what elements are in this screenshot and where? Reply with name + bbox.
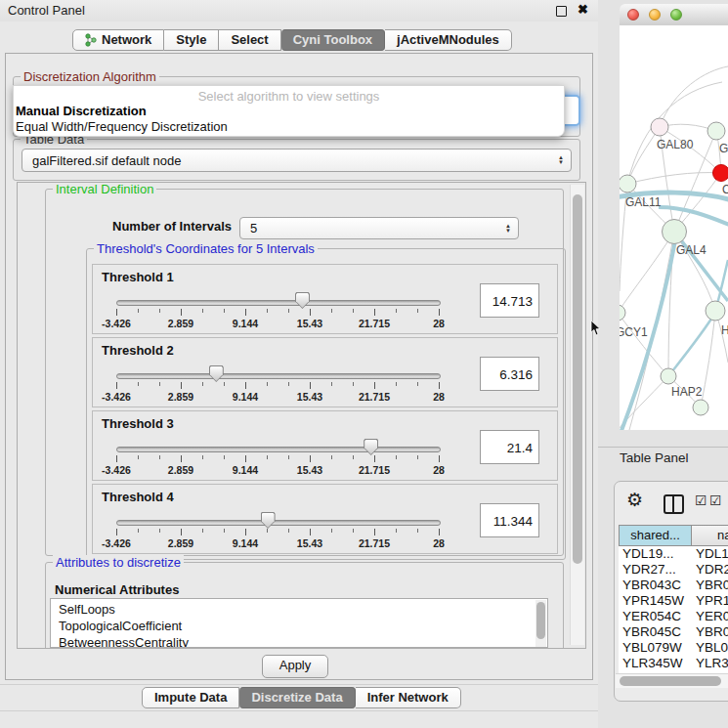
tab-style[interactable]: Style	[164, 29, 219, 51]
mouse-cursor	[590, 321, 601, 336]
close-icon[interactable]: ✖	[578, 2, 588, 17]
cell-shared-name[interactable]: YBR043C	[619, 578, 692, 593]
threshold-value-field[interactable]: 6.316	[480, 357, 539, 391]
cell-name[interactable]: YLR3	[692, 656, 728, 671]
table-row[interactable]: YBL079WYBL0	[619, 640, 728, 656]
slider-tick-labels: -3.4262.8599.14415.4321.71528	[93, 391, 464, 403]
cell-shared-name[interactable]: YBL079W	[619, 640, 692, 656]
attribute-item[interactable]: BetweennessCentrality	[59, 634, 547, 648]
cell-name[interactable]: YBR0	[692, 578, 728, 593]
cell-name[interactable]: YBR0	[692, 624, 728, 640]
top-tab-bar: NetworkStyleSelectCyni ToolboxjActiveMNo…	[72, 29, 512, 51]
attribute-item[interactable]: TopologicalCoefficient	[59, 618, 547, 634]
tab-label: Impute Data	[154, 688, 227, 707]
table-row[interactable]: YDL19...YDL1	[619, 546, 728, 562]
table-panel-title: Table Panel	[620, 450, 689, 465]
tab-jactivemnodules[interactable]: jActiveMNodules	[385, 29, 512, 51]
network-node-selected[interactable]	[713, 165, 728, 182]
cell-shared-name[interactable]: YPR145W	[619, 593, 692, 609]
network-node-g[interactable]	[707, 122, 725, 140]
tab-network[interactable]: Network	[72, 29, 164, 51]
table-horizontal-scrollbar[interactable]	[616, 673, 728, 688]
algorithm-hint-item[interactable]: Select algorithm to view settings	[14, 89, 564, 104]
tab-infer-network[interactable]: Infer Network	[356, 687, 461, 708]
checkbox-icon[interactable]: ☑	[695, 492, 707, 508]
algorithm-option-equal-width[interactable]: Equal Width/Frequency Discretization	[16, 119, 228, 134]
cell-shared-name[interactable]: YLR345W	[619, 656, 692, 671]
cell-name[interactable]: YDR2	[692, 562, 728, 578]
tab-label: jActiveMNodules	[397, 30, 499, 50]
network-node-h[interactable]	[706, 301, 725, 321]
control-panel: Control Panel ✖ NetworkStyleSelectCyni T…	[0, 0, 599, 728]
slider-track[interactable]	[116, 520, 441, 526]
table-row[interactable]: YER054CYER0	[619, 609, 728, 624]
column-header-shared-name[interactable]: shared...	[619, 525, 692, 546]
table-row[interactable]: YBR043CYBR0	[619, 578, 728, 593]
minimize-traffic-light-icon[interactable]	[649, 9, 661, 21]
settings-viewport: Interval Definition Number of Intervals …	[17, 182, 586, 649]
network-canvas[interactable]: GAL80 G GAL11 C GAL4 GCY1 H HAP2	[620, 25, 728, 430]
combo-stepper-icon[interactable]: ▲▼	[558, 155, 564, 165]
table-row[interactable]: YDR27...YDR2	[619, 562, 728, 578]
numerical-attributes-label: Numerical Attributes	[55, 582, 179, 597]
table-row[interactable]: YLR345WYLR3	[619, 656, 728, 671]
slider-thumb[interactable]	[209, 365, 224, 382]
network-node-gal4[interactable]	[663, 220, 687, 244]
cell-name[interactable]: YER0	[692, 609, 728, 624]
threshold-value-field[interactable]: 21.4	[480, 430, 539, 464]
table-row[interactable]: YBR045CYBR0	[619, 624, 728, 640]
slider-thumb[interactable]	[364, 439, 378, 455]
slider-track[interactable]	[116, 373, 441, 379]
cell-shared-name[interactable]: YER054C	[619, 609, 692, 624]
network-node-gal80[interactable]	[651, 118, 668, 136]
checkbox-icon[interactable]: ☑	[709, 492, 722, 508]
cell-shared-name[interactable]: YBR045C	[619, 624, 692, 640]
number-of-intervals-combo[interactable]: 5 ▲▼	[239, 217, 519, 239]
cell-shared-name[interactable]: YDL19...	[619, 546, 692, 562]
apply-button[interactable]: Apply	[262, 655, 328, 678]
algorithm-option-manual[interactable]: Manual Discretization	[16, 104, 147, 118]
slider-track[interactable]	[116, 447, 441, 452]
list-scrollbar[interactable]	[535, 600, 546, 647]
settings-vertical-scrollbar[interactable]	[570, 185, 584, 645]
slider-track[interactable]	[116, 300, 441, 306]
network-node-bottom[interactable]	[693, 400, 708, 415]
table-data-combo[interactable]: galFiltered.sif default node ▲▼	[21, 149, 572, 172]
gear-icon[interactable]: ⚙	[626, 491, 643, 509]
threshold-value-field[interactable]: 11.344	[480, 503, 539, 537]
network-icon	[85, 33, 97, 47]
threshold-slider[interactable]: -3.4262.8599.14415.4321.71528	[93, 485, 464, 555]
network-node-gal11[interactable]	[620, 175, 636, 193]
attribute-item[interactable]: SelfLoops	[59, 601, 547, 618]
network-node-hap2[interactable]	[661, 368, 676, 384]
zoom-traffic-light-icon[interactable]	[670, 9, 682, 21]
close-traffic-light-icon[interactable]	[627, 9, 639, 21]
slider-ticks	[93, 529, 464, 536]
threshold-value-field[interactable]: 14.713	[480, 283, 539, 318]
threshold-slider[interactable]: -3.4262.8599.14415.4321.71528	[93, 265, 464, 335]
cell-name[interactable]: YBL0	[692, 640, 728, 656]
cell-shared-name[interactable]: YDR27...	[619, 562, 692, 578]
network-window-titlebar[interactable]	[620, 4, 728, 26]
tab-discretize-data[interactable]: Discretize Data	[239, 687, 355, 708]
table-row[interactable]: YPR145WYPR1	[619, 593, 728, 609]
float-window-icon[interactable]	[556, 6, 567, 17]
threshold-slider[interactable]: -3.4262.8599.14415.4321.71528	[93, 411, 464, 482]
combo-stepper-icon[interactable]: ▲▼	[505, 224, 511, 234]
column-layout-icon[interactable]	[664, 494, 684, 514]
network-node-gcy1[interactable]	[620, 305, 625, 321]
interval-definition-title: Interval Definition	[53, 182, 156, 196]
tab-select[interactable]: Select	[219, 29, 280, 51]
control-panel-titlebar: Control Panel ✖	[0, 0, 598, 21]
slider-thumb[interactable]	[295, 292, 310, 309]
numerical-attributes-list[interactable]: SelfLoopsTopologicalCoefficientBetweenne…	[50, 598, 548, 648]
tab-impute-data[interactable]: Impute Data	[142, 687, 239, 708]
slider-thumb[interactable]	[261, 512, 276, 529]
column-header-name[interactable]: na	[692, 525, 728, 546]
thresholds-group-title: Threshold's Coordinates for 5 Intervals	[94, 241, 318, 256]
attributes-group-title: Attributes to discretize	[53, 555, 184, 570]
cell-name[interactable]: YDL1	[692, 546, 728, 562]
threshold-slider[interactable]: -3.4262.8599.14415.4321.71528	[93, 338, 464, 408]
tab-cyni-toolbox[interactable]: Cyni Toolbox	[281, 29, 385, 51]
cell-name[interactable]: YPR1	[692, 593, 728, 609]
